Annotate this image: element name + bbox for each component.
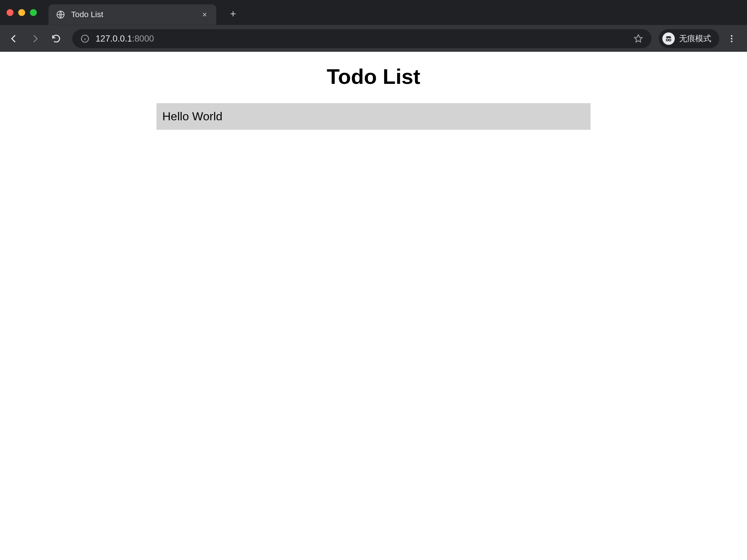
globe-icon bbox=[56, 10, 65, 19]
url-host: 127.0.0.1 bbox=[96, 34, 132, 43]
new-tab-button[interactable] bbox=[225, 6, 241, 22]
bookmark-star-icon[interactable] bbox=[633, 34, 643, 44]
forward-button[interactable] bbox=[26, 30, 44, 47]
page-content: Todo List Hello World bbox=[0, 52, 747, 130]
window-close-button[interactable] bbox=[7, 9, 13, 16]
url-text: 127.0.0.1:8000 bbox=[96, 34, 627, 44]
url-port: :8000 bbox=[132, 34, 154, 43]
incognito-icon bbox=[662, 32, 675, 45]
reload-button[interactable] bbox=[47, 30, 65, 47]
window-minimize-button[interactable] bbox=[18, 9, 25, 16]
svg-point-7 bbox=[731, 38, 732, 39]
page-title: Todo List bbox=[0, 64, 747, 89]
incognito-label: 无痕模式 bbox=[679, 33, 711, 44]
close-tab-button[interactable] bbox=[200, 9, 210, 20]
window-controls bbox=[7, 9, 37, 16]
back-button[interactable] bbox=[5, 30, 23, 47]
svg-point-5 bbox=[669, 39, 671, 41]
incognito-chip[interactable]: 无痕模式 bbox=[659, 29, 719, 48]
svg-point-6 bbox=[731, 35, 732, 36]
svg-point-4 bbox=[666, 39, 669, 41]
browser-menu-button[interactable] bbox=[723, 30, 740, 47]
todo-list: Hello World bbox=[156, 103, 591, 130]
svg-point-8 bbox=[731, 40, 732, 42]
window-maximize-button[interactable] bbox=[30, 9, 37, 16]
tab-strip: Todo List bbox=[0, 0, 747, 25]
site-info-icon[interactable] bbox=[80, 34, 90, 43]
browser-chrome: Todo List bbox=[0, 0, 747, 52]
browser-tab[interactable]: Todo List bbox=[49, 4, 216, 25]
tab-title: Todo List bbox=[71, 10, 194, 19]
browser-toolbar: 127.0.0.1:8000 无痕模式 bbox=[0, 25, 747, 52]
todo-item[interactable]: Hello World bbox=[156, 103, 591, 130]
address-bar[interactable]: 127.0.0.1:8000 bbox=[72, 29, 651, 48]
todo-text: Hello World bbox=[162, 110, 222, 123]
